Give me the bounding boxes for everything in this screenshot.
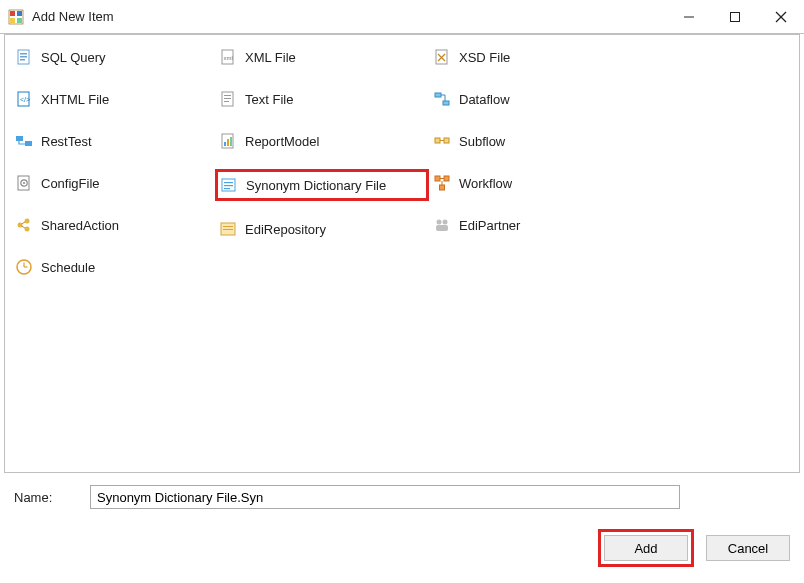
item-label: RestTest	[41, 134, 92, 149]
svg-rect-36	[227, 139, 229, 146]
name-row: Name:	[14, 485, 790, 509]
item-edi-repository[interactable]: EdiRepository	[215, 215, 429, 243]
workflow-icon	[433, 174, 451, 192]
app-icon	[8, 9, 24, 25]
item-shared-action[interactable]: SharedAction	[11, 211, 215, 239]
svg-rect-49	[444, 138, 449, 143]
add-button[interactable]: Add	[604, 535, 688, 561]
subflow-icon	[433, 132, 451, 150]
svg-point-19	[23, 182, 25, 184]
item-edi-partner[interactable]: EdiPartner	[429, 211, 629, 239]
minimize-button[interactable]	[666, 0, 712, 34]
svg-rect-48	[435, 138, 440, 143]
item-dataflow[interactable]: Dataflow	[429, 85, 629, 113]
titlebar: Add New Item	[0, 0, 804, 34]
shared-action-icon	[15, 216, 33, 234]
svg-line-24	[22, 226, 26, 228]
xsd-icon	[433, 48, 451, 66]
svg-rect-1	[10, 11, 15, 16]
svg-rect-15	[16, 136, 23, 141]
text-icon	[219, 90, 237, 108]
item-xsd-file[interactable]: XSD File	[429, 43, 629, 71]
svg-rect-12	[20, 59, 25, 61]
item-sql-query[interactable]: SQL Query	[11, 43, 215, 71]
item-rest-test[interactable]: RestTest	[11, 127, 215, 155]
svg-rect-39	[224, 182, 233, 183]
svg-rect-4	[17, 18, 22, 23]
svg-rect-51	[435, 176, 440, 181]
svg-rect-40	[224, 185, 233, 186]
item-label: Schedule	[41, 260, 95, 275]
name-input[interactable]	[90, 485, 680, 509]
item-label: EdiPartner	[459, 218, 520, 233]
item-text-file[interactable]: Text File	[215, 85, 429, 113]
edi-repo-icon	[219, 220, 237, 238]
dataflow-icon	[433, 90, 451, 108]
item-config-file[interactable]: ConfigFile	[11, 169, 215, 197]
svg-rect-3	[10, 18, 15, 23]
footer-panel: Name: Add Cancel	[0, 473, 804, 583]
svg-rect-37	[230, 137, 232, 146]
item-label: XSD File	[459, 50, 510, 65]
svg-rect-52	[444, 176, 449, 181]
window-title: Add New Item	[32, 9, 114, 24]
item-label: ConfigFile	[41, 176, 100, 191]
item-workflow[interactable]: Workflow	[429, 169, 629, 197]
xml-icon: xml	[219, 48, 237, 66]
svg-text:</>: </>	[20, 96, 30, 103]
svg-rect-53	[440, 185, 445, 190]
report-icon	[219, 132, 237, 150]
item-label: ReportModel	[245, 134, 319, 149]
item-column-2: xml XML File Text File ReportModel Synon…	[215, 43, 429, 281]
button-row: Add Cancel	[598, 529, 790, 567]
name-label: Name:	[14, 490, 74, 505]
item-label: Subflow	[459, 134, 505, 149]
svg-point-20	[18, 223, 23, 228]
edi-partner-icon	[433, 216, 451, 234]
item-label: EdiRepository	[245, 222, 326, 237]
item-label: SharedAction	[41, 218, 119, 233]
svg-rect-16	[25, 141, 32, 146]
item-report-model[interactable]: ReportModel	[215, 127, 429, 155]
item-schedule[interactable]: Schedule	[11, 253, 215, 281]
svg-rect-47	[443, 101, 449, 105]
item-label: XHTML File	[41, 92, 109, 107]
svg-rect-31	[224, 95, 231, 96]
svg-rect-33	[224, 101, 229, 102]
svg-text:xml: xml	[224, 55, 233, 61]
add-button-highlight: Add	[598, 529, 694, 567]
svg-point-56	[437, 220, 442, 225]
svg-rect-58	[436, 225, 448, 231]
svg-line-23	[22, 222, 26, 224]
svg-point-21	[25, 219, 30, 224]
svg-rect-41	[224, 188, 230, 189]
item-xml-file[interactable]: xml XML File	[215, 43, 429, 71]
cancel-button[interactable]: Cancel	[706, 535, 790, 561]
item-xhtml-file[interactable]: </> XHTML File	[11, 85, 215, 113]
maximize-button[interactable]	[712, 0, 758, 34]
item-column-1: SQL Query </> XHTML File RestTest Config…	[11, 43, 215, 281]
sql-icon	[15, 48, 33, 66]
xhtml-icon: </>	[15, 90, 33, 108]
item-label: Text File	[245, 92, 293, 107]
svg-rect-11	[20, 56, 27, 58]
close-button[interactable]	[758, 0, 804, 34]
svg-point-22	[25, 227, 30, 232]
svg-rect-10	[20, 53, 27, 55]
svg-point-57	[443, 220, 448, 225]
item-label: Synonym Dictionary File	[246, 178, 386, 193]
config-icon	[15, 174, 33, 192]
item-column-3: XSD File Dataflow Subflow Workflow EdiPa…	[429, 43, 629, 281]
schedule-icon	[15, 258, 33, 276]
svg-rect-2	[17, 11, 22, 16]
item-label: XML File	[245, 50, 296, 65]
svg-rect-6	[731, 12, 740, 21]
item-subflow[interactable]: Subflow	[429, 127, 629, 155]
item-list-panel: SQL Query </> XHTML File RestTest Config…	[4, 34, 800, 473]
svg-rect-43	[223, 226, 233, 227]
item-synonym-dictionary-file[interactable]: Synonym Dictionary File	[215, 169, 429, 201]
svg-rect-44	[223, 229, 233, 230]
item-label: SQL Query	[41, 50, 106, 65]
item-label: Dataflow	[459, 92, 510, 107]
svg-rect-32	[224, 98, 231, 99]
